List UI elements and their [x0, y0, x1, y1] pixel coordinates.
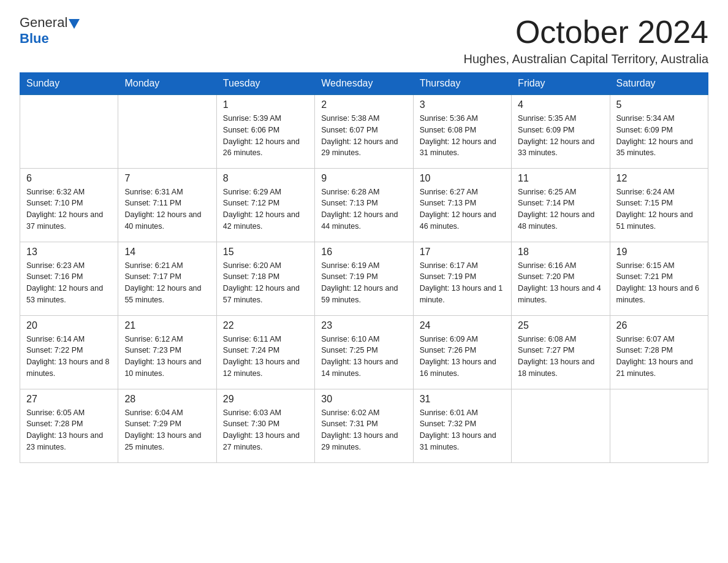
day-info: Sunrise: 6:10 AM Sunset: 7:25 PM Dayligh… [321, 334, 406, 380]
logo-general-text: General [20, 15, 67, 31]
calendar-cell [20, 94, 118, 168]
logo-triangle-icon [69, 19, 80, 29]
day-number: 6 [26, 173, 112, 184]
day-info: Sunrise: 6:15 AM Sunset: 7:21 PM Dayligh… [616, 260, 702, 306]
day-info: Sunrise: 6:23 AM Sunset: 7:16 PM Dayligh… [26, 260, 112, 306]
location-title: Hughes, Australian Capital Territory, Au… [464, 52, 708, 66]
day-info: Sunrise: 6:11 AM Sunset: 7:24 PM Dayligh… [223, 334, 308, 380]
day-number: 24 [420, 320, 505, 331]
day-number: 16 [321, 247, 406, 258]
calendar-cell: 30Sunrise: 6:02 AM Sunset: 7:31 PM Dayli… [315, 389, 413, 462]
day-number: 1 [223, 99, 308, 110]
calendar-cell: 18Sunrise: 6:16 AM Sunset: 7:20 PM Dayli… [512, 242, 610, 315]
calendar-cell: 23Sunrise: 6:10 AM Sunset: 7:25 PM Dayli… [315, 315, 413, 389]
day-info: Sunrise: 6:03 AM Sunset: 7:30 PM Dayligh… [223, 407, 308, 453]
calendar-cell: 14Sunrise: 6:21 AM Sunset: 7:17 PM Dayli… [118, 242, 216, 315]
day-info: Sunrise: 6:02 AM Sunset: 7:31 PM Dayligh… [321, 407, 406, 453]
day-info: Sunrise: 5:34 AM Sunset: 6:09 PM Dayligh… [616, 113, 702, 159]
day-info: Sunrise: 5:36 AM Sunset: 6:08 PM Dayligh… [420, 113, 505, 159]
day-info: Sunrise: 6:29 AM Sunset: 7:12 PM Dayligh… [223, 186, 308, 232]
header-monday: Monday [118, 73, 216, 95]
day-number: 3 [420, 99, 505, 110]
day-info: Sunrise: 6:31 AM Sunset: 7:11 PM Dayligh… [124, 186, 210, 232]
calendar-cell: 3Sunrise: 5:36 AM Sunset: 6:08 PM Daylig… [413, 94, 511, 168]
calendar-cell: 5Sunrise: 5:34 AM Sunset: 6:09 PM Daylig… [610, 94, 708, 168]
month-title: October 2024 [464, 15, 708, 50]
calendar-cell: 21Sunrise: 6:12 AM Sunset: 7:23 PM Dayli… [118, 315, 216, 389]
day-info: Sunrise: 6:05 AM Sunset: 7:28 PM Dayligh… [26, 407, 112, 453]
calendar-cell: 1Sunrise: 5:39 AM Sunset: 6:06 PM Daylig… [216, 94, 314, 168]
day-info: Sunrise: 6:09 AM Sunset: 7:26 PM Dayligh… [420, 334, 505, 380]
calendar-cell: 12Sunrise: 6:24 AM Sunset: 7:15 PM Dayli… [610, 168, 708, 242]
calendar-cell: 25Sunrise: 6:08 AM Sunset: 7:27 PM Dayli… [512, 315, 610, 389]
calendar-cell: 16Sunrise: 6:19 AM Sunset: 7:19 PM Dayli… [315, 242, 413, 315]
day-info: Sunrise: 6:20 AM Sunset: 7:18 PM Dayligh… [223, 260, 308, 306]
day-number: 9 [321, 173, 406, 184]
day-info: Sunrise: 6:19 AM Sunset: 7:19 PM Dayligh… [321, 260, 406, 306]
day-number: 17 [420, 247, 505, 258]
calendar-cell: 17Sunrise: 6:17 AM Sunset: 7:19 PM Dayli… [413, 242, 511, 315]
calendar-table: SundayMondayTuesdayWednesdayThursdayFrid… [20, 72, 708, 463]
calendar-cell: 27Sunrise: 6:05 AM Sunset: 7:28 PM Dayli… [20, 389, 118, 462]
day-info: Sunrise: 6:27 AM Sunset: 7:13 PM Dayligh… [420, 186, 505, 232]
day-info: Sunrise: 6:17 AM Sunset: 7:19 PM Dayligh… [420, 260, 505, 306]
day-info: Sunrise: 6:01 AM Sunset: 7:32 PM Dayligh… [420, 407, 505, 453]
day-number: 14 [124, 247, 210, 258]
calendar-cell: 26Sunrise: 6:07 AM Sunset: 7:28 PM Dayli… [610, 315, 708, 389]
day-number: 26 [616, 320, 702, 331]
day-info: Sunrise: 6:07 AM Sunset: 7:28 PM Dayligh… [616, 334, 702, 380]
day-number: 15 [223, 247, 308, 258]
day-number: 28 [124, 394, 210, 405]
day-info: Sunrise: 5:35 AM Sunset: 6:09 PM Dayligh… [518, 113, 603, 159]
calendar-cell: 9Sunrise: 6:28 AM Sunset: 7:13 PM Daylig… [315, 168, 413, 242]
calendar-cell: 10Sunrise: 6:27 AM Sunset: 7:13 PM Dayli… [413, 168, 511, 242]
day-info: Sunrise: 6:08 AM Sunset: 7:27 PM Dayligh… [518, 334, 603, 380]
calendar-header-row: SundayMondayTuesdayWednesdayThursdayFrid… [20, 73, 708, 95]
calendar-cell: 4Sunrise: 5:35 AM Sunset: 6:09 PM Daylig… [512, 94, 610, 168]
day-info: Sunrise: 6:28 AM Sunset: 7:13 PM Dayligh… [321, 186, 406, 232]
header-sunday: Sunday [20, 73, 118, 95]
logo-blue-text: Blue [20, 31, 49, 46]
calendar-cell: 31Sunrise: 6:01 AM Sunset: 7:32 PM Dayli… [413, 389, 511, 462]
day-number: 11 [518, 173, 603, 184]
day-info: Sunrise: 6:14 AM Sunset: 7:22 PM Dayligh… [26, 334, 112, 380]
day-number: 7 [124, 173, 210, 184]
calendar-cell: 29Sunrise: 6:03 AM Sunset: 7:30 PM Dayli… [216, 389, 314, 462]
day-info: Sunrise: 6:04 AM Sunset: 7:29 PM Dayligh… [124, 407, 210, 453]
day-info: Sunrise: 5:38 AM Sunset: 6:07 PM Dayligh… [321, 113, 406, 159]
calendar-cell: 22Sunrise: 6:11 AM Sunset: 7:24 PM Dayli… [216, 315, 314, 389]
day-info: Sunrise: 6:21 AM Sunset: 7:17 PM Dayligh… [124, 260, 210, 306]
calendar-cell: 28Sunrise: 6:04 AM Sunset: 7:29 PM Dayli… [118, 389, 216, 462]
calendar-cell: 6Sunrise: 6:32 AM Sunset: 7:10 PM Daylig… [20, 168, 118, 242]
day-number: 4 [518, 99, 603, 110]
calendar-cell: 20Sunrise: 6:14 AM Sunset: 7:22 PM Dayli… [20, 315, 118, 389]
calendar-cell: 11Sunrise: 6:25 AM Sunset: 7:14 PM Dayli… [512, 168, 610, 242]
day-number: 2 [321, 99, 406, 110]
page-header: General Blue October 2024 Hughes, Austra… [20, 15, 708, 66]
day-number: 8 [223, 173, 308, 184]
calendar-week-row: 20Sunrise: 6:14 AM Sunset: 7:22 PM Dayli… [20, 315, 708, 389]
calendar-cell [610, 389, 708, 462]
day-number: 10 [420, 173, 505, 184]
calendar-cell: 15Sunrise: 6:20 AM Sunset: 7:18 PM Dayli… [216, 242, 314, 315]
day-number: 13 [26, 247, 112, 258]
header-thursday: Thursday [413, 73, 511, 95]
day-number: 27 [26, 394, 112, 405]
day-number: 12 [616, 173, 702, 184]
header-wednesday: Wednesday [315, 73, 413, 95]
title-area: October 2024 Hughes, Australian Capital … [464, 15, 708, 66]
calendar-week-row: 6Sunrise: 6:32 AM Sunset: 7:10 PM Daylig… [20, 168, 708, 242]
day-info: Sunrise: 6:25 AM Sunset: 7:14 PM Dayligh… [518, 186, 603, 232]
calendar-week-row: 13Sunrise: 6:23 AM Sunset: 7:16 PM Dayli… [20, 242, 708, 315]
calendar-cell: 2Sunrise: 5:38 AM Sunset: 6:07 PM Daylig… [315, 94, 413, 168]
day-number: 23 [321, 320, 406, 331]
header-saturday: Saturday [610, 73, 708, 95]
day-number: 29 [223, 394, 308, 405]
header-friday: Friday [512, 73, 610, 95]
day-info: Sunrise: 6:32 AM Sunset: 7:10 PM Dayligh… [26, 186, 112, 232]
calendar-cell: 24Sunrise: 6:09 AM Sunset: 7:26 PM Dayli… [413, 315, 511, 389]
calendar-cell [512, 389, 610, 462]
day-info: Sunrise: 6:24 AM Sunset: 7:15 PM Dayligh… [616, 186, 702, 232]
calendar-cell [118, 94, 216, 168]
day-number: 18 [518, 247, 603, 258]
